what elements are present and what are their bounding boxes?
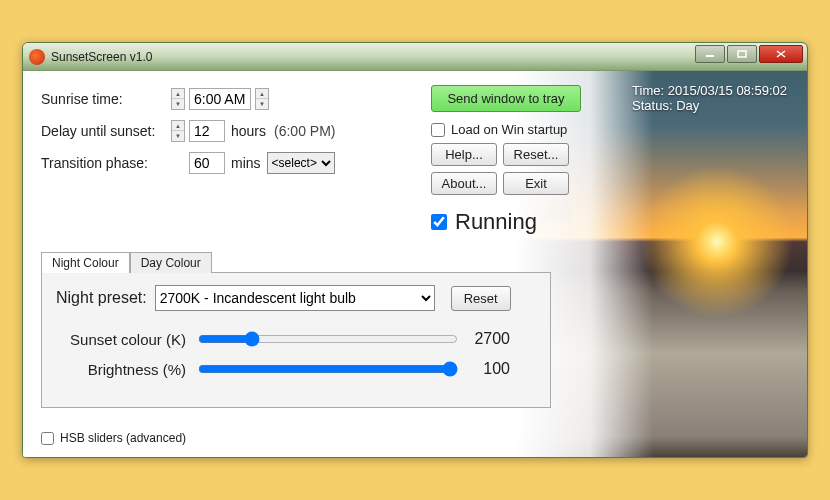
preset-select[interactable]: 2700K - Incandescent light bulb xyxy=(155,285,435,311)
window-title: SunsetScreen v1.0 xyxy=(51,50,152,64)
colour-slider[interactable] xyxy=(198,331,458,347)
tab-day-colour[interactable]: Day Colour xyxy=(130,252,212,273)
running-label: Running xyxy=(455,209,537,235)
load-startup-input[interactable] xyxy=(431,123,445,137)
titlebar[interactable]: SunsetScreen v1.0 xyxy=(23,43,807,71)
preset-row: Night preset: 2700K - Incandescent light… xyxy=(56,285,536,311)
running-input[interactable] xyxy=(431,214,447,230)
reset-button[interactable]: Reset... xyxy=(503,143,569,166)
svg-rect-1 xyxy=(738,51,746,57)
app-window: SunsetScreen v1.0 Time: 2015/03/15 08:59… xyxy=(22,42,808,458)
hsb-label: HSB sliders (advanced) xyxy=(60,431,186,445)
window-body: Sunrise time: ▲▼ ▲▼ Delay until sunset: … xyxy=(23,71,807,457)
tab-night-colour[interactable]: Night Colour xyxy=(41,252,130,273)
window-buttons xyxy=(693,45,803,63)
delay-row: Delay until sunset: ▲▼ hours (6:00 PM) xyxy=(41,117,789,145)
delay-resolved: (6:00 PM) xyxy=(274,123,335,139)
delay-unit: hours xyxy=(231,123,266,139)
transition-input[interactable] xyxy=(189,152,225,174)
send-to-tray-button[interactable]: Send window to tray xyxy=(431,85,581,112)
colour-label: Sunset colour (K) xyxy=(56,331,196,348)
brightness-slider[interactable] xyxy=(198,361,458,377)
maximize-button[interactable] xyxy=(727,45,757,63)
sunrise-row: Sunrise time: ▲▼ ▲▼ xyxy=(41,85,789,113)
running-checkbox[interactable]: Running xyxy=(431,209,591,235)
transition-row: Transition phase: mins <select> xyxy=(41,149,789,177)
about-button[interactable]: About... xyxy=(431,172,497,195)
minimize-button[interactable] xyxy=(695,45,725,63)
preset-reset-button[interactable]: Reset xyxy=(451,286,511,311)
delay-input[interactable] xyxy=(189,120,225,142)
load-startup-checkbox[interactable]: Load on Win startup xyxy=(431,122,591,137)
sunrise-time-input[interactable] xyxy=(189,88,251,110)
app-icon xyxy=(29,49,45,65)
tab-strip: Night Colour Day Colour xyxy=(41,251,551,272)
brightness-slider-row: Brightness (%) 100 xyxy=(56,359,536,379)
right-column: Send window to tray Load on Win startup … xyxy=(431,85,591,235)
transition-select[interactable]: <select> xyxy=(267,152,335,174)
brightness-value: 100 xyxy=(460,360,510,378)
transition-label: Transition phase: xyxy=(41,155,171,171)
hsb-checkbox[interactable]: HSB sliders (advanced) xyxy=(41,431,186,445)
night-panel: Night preset: 2700K - Incandescent light… xyxy=(41,272,551,408)
colour-value: 2700 xyxy=(460,330,510,348)
delay-label: Delay until sunset: xyxy=(41,123,171,139)
sunrise-ampm-spinner[interactable]: ▲▼ xyxy=(255,88,269,110)
hsb-input[interactable] xyxy=(41,432,54,445)
sunrise-label: Sunrise time: xyxy=(41,91,171,107)
sunrise-hour-spinner[interactable]: ▲▼ xyxy=(171,88,185,110)
preset-label: Night preset: xyxy=(56,289,147,307)
colour-slider-row: Sunset colour (K) 2700 xyxy=(56,329,536,349)
delay-spinner[interactable]: ▲▼ xyxy=(171,120,185,142)
colour-tabs: Night Colour Day Colour Night preset: 27… xyxy=(41,251,551,408)
transition-unit: mins xyxy=(231,155,261,171)
exit-button[interactable]: Exit xyxy=(503,172,569,195)
brightness-label: Brightness (%) xyxy=(56,361,196,378)
close-button[interactable] xyxy=(759,45,803,63)
help-button[interactable]: Help... xyxy=(431,143,497,166)
load-startup-label: Load on Win startup xyxy=(451,122,567,137)
